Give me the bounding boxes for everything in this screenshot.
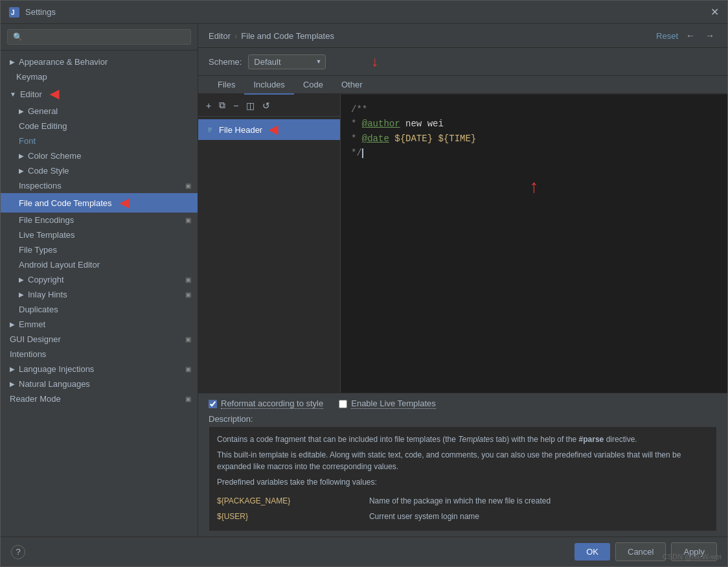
sidebar-item-natural-languages[interactable]: ▶ Natural Languages bbox=[1, 376, 198, 391]
scheme-select-wrap: Default Project bbox=[248, 54, 326, 69]
sidebar-item-label: File and Code Templates bbox=[19, 198, 112, 208]
code-line-1: /** bbox=[351, 102, 717, 117]
sidebar-item-emmet[interactable]: ▶ Emmet bbox=[1, 317, 198, 332]
external-icon: ▣ bbox=[185, 276, 191, 283]
expand-arrow-icon: ▶ bbox=[19, 291, 24, 298]
expand-arrow-icon: ▶ bbox=[10, 321, 15, 328]
nav-forward-button[interactable]: → bbox=[703, 29, 717, 42]
template-file-icon bbox=[205, 124, 215, 135]
sidebar-item-code-editing[interactable]: Code Editing bbox=[1, 119, 198, 133]
code-comment: /** bbox=[351, 104, 367, 115]
red-arrow-down-icon: ↓ bbox=[371, 53, 378, 70]
sidebar-item-code-style[interactable]: ▶ Code Style bbox=[1, 163, 198, 178]
sidebar-item-reader-mode[interactable]: Reader Mode ▣ bbox=[1, 391, 198, 406]
sidebar-item-label: Editor bbox=[20, 89, 42, 99]
sidebar-item-copyright[interactable]: ▶ Copyright ▣ bbox=[1, 272, 198, 287]
sidebar-item-label: Code Style bbox=[28, 166, 69, 176]
sidebar-item-gui-designer[interactable]: GUI Designer ▣ bbox=[1, 332, 198, 347]
svg-text:J: J bbox=[11, 9, 15, 16]
expand-arrow-icon: ▶ bbox=[10, 365, 15, 373]
description-label: Description: bbox=[198, 414, 727, 426]
breadcrumb: Editor › File and Code Templates bbox=[209, 31, 334, 41]
sidebar-item-editor[interactable]: ▼ Editor ◀ bbox=[1, 84, 198, 104]
cancel-button[interactable]: Cancel bbox=[615, 542, 666, 561]
var-desc-1: Name of the package in which the new fil… bbox=[369, 493, 709, 509]
sidebar-item-font[interactable]: Font bbox=[1, 133, 198, 148]
sidebar-item-label: Code Editing bbox=[19, 121, 67, 131]
sidebar-item-label: Live Templates bbox=[19, 230, 74, 240]
sidebar-item-label: Language Injections bbox=[19, 364, 94, 374]
live-templates-checkbox[interactable] bbox=[339, 400, 347, 408]
scheme-select[interactable]: Default Project bbox=[248, 54, 326, 69]
description-panel: Contains a code fragment that can be inc… bbox=[209, 426, 717, 531]
sidebar-item-file-types[interactable]: File Types bbox=[1, 242, 198, 257]
duplicate-template-button[interactable]: ◫ bbox=[244, 99, 257, 112]
tabs-row: Files Includes Code Other bbox=[198, 76, 727, 95]
sidebar-item-label: General bbox=[28, 106, 58, 116]
external-icon: ▣ bbox=[185, 365, 191, 373]
sidebar-item-inlay-hints[interactable]: ▶ Inlay Hints ▣ bbox=[1, 287, 198, 302]
panel-actions: Reset ← → bbox=[656, 29, 717, 42]
revert-template-button[interactable]: ↺ bbox=[260, 99, 273, 112]
copy-template-button[interactable]: ⧉ bbox=[216, 98, 228, 112]
panel-header: Editor › File and Code Templates Reset ←… bbox=[198, 24, 727, 48]
expand-arrow-icon: ▶ bbox=[19, 167, 24, 174]
tab-code[interactable]: Code bbox=[294, 76, 332, 95]
sidebar-item-label: Keymap bbox=[16, 72, 47, 82]
breadcrumb-editor: Editor bbox=[209, 31, 231, 41]
expand-arrow-icon: ▶ bbox=[19, 276, 24, 283]
scheme-row: Scheme: Default Project ↓ bbox=[198, 48, 727, 76]
reset-button[interactable]: Reset bbox=[656, 31, 678, 41]
sidebar-item-file-and-code-templates[interactable]: File and Code Templates ◀ bbox=[1, 193, 198, 213]
var-name-1: ${PACKAGE_NAME} bbox=[217, 493, 369, 509]
red-arrow-up-icon: ↑ bbox=[529, 178, 540, 198]
sidebar-item-label: Intentions bbox=[10, 349, 46, 359]
code-author-value: new wei bbox=[405, 119, 444, 129]
code-editor[interactable]: /** * @author new wei * @date ${DATE} bbox=[341, 95, 727, 393]
svg-rect-4 bbox=[208, 130, 212, 131]
add-template-button[interactable]: + bbox=[203, 99, 214, 112]
live-templates-option: Enable Live Templates bbox=[339, 399, 436, 409]
sidebar-item-intentions[interactable]: Intentions bbox=[1, 347, 198, 362]
var-name-2: ${USER} bbox=[217, 509, 369, 524]
search-input[interactable] bbox=[7, 29, 191, 45]
nav-back-button[interactable]: ← bbox=[683, 29, 698, 42]
sidebar-item-language-injections[interactable]: ▶ Language Injections ▣ bbox=[1, 362, 198, 376]
red-arrow-up-container: ↑ bbox=[351, 174, 717, 203]
reformat-checkbox[interactable] bbox=[209, 400, 217, 408]
svg-rect-5 bbox=[208, 131, 210, 132]
help-button[interactable]: ? bbox=[11, 545, 25, 559]
template-item-label: File Header bbox=[219, 125, 262, 135]
sidebar-item-keymap[interactable]: Keymap bbox=[1, 69, 198, 84]
red-arrow-left2-icon: ◀ bbox=[120, 196, 129, 210]
code-date-var: ${DATE} bbox=[394, 133, 433, 144]
watermark: CSDN @NEW-wei bbox=[663, 553, 722, 561]
reformat-option: Reformat according to style bbox=[209, 399, 323, 409]
remove-template-button[interactable]: − bbox=[231, 99, 241, 112]
sidebar-tree: ▶ Appearance & Behavior Keymap ▼ Editor … bbox=[1, 51, 198, 537]
sidebar-item-file-encodings[interactable]: File Encodings ▣ bbox=[1, 213, 198, 227]
red-arrow-left3-icon: ◀ bbox=[269, 122, 278, 137]
sidebar-item-inspections[interactable]: Inspections ▣ bbox=[1, 178, 198, 193]
code-time-var: ${TIME} bbox=[438, 133, 476, 144]
ok-button[interactable]: OK bbox=[574, 543, 610, 561]
sidebar-item-color-scheme[interactable]: ▶ Color Scheme bbox=[1, 148, 198, 163]
bottom-panel: Reformat according to style Enable Live … bbox=[198, 393, 727, 537]
tab-files[interactable]: Files bbox=[209, 76, 244, 95]
sidebar-item-duplicates[interactable]: Duplicates bbox=[1, 302, 198, 317]
sidebar-item-general[interactable]: ▶ General bbox=[1, 104, 198, 119]
live-templates-label[interactable]: Enable Live Templates bbox=[351, 399, 436, 409]
tab-includes[interactable]: Includes bbox=[244, 76, 293, 95]
breadcrumb-current: File and Code Templates bbox=[241, 31, 334, 41]
close-button[interactable]: ✕ bbox=[709, 7, 720, 17]
reformat-label[interactable]: Reformat according to style bbox=[221, 399, 323, 409]
sidebar-item-label: Appearance & Behavior bbox=[19, 57, 108, 67]
sidebar-item-appearance[interactable]: ▶ Appearance & Behavior bbox=[1, 54, 198, 69]
tab-other[interactable]: Other bbox=[332, 76, 372, 95]
sidebar-item-live-templates[interactable]: Live Templates bbox=[1, 227, 198, 242]
breadcrumb-separator: › bbox=[234, 31, 237, 41]
sidebar-item-android-layout-editor[interactable]: Android Layout Editor bbox=[1, 257, 198, 272]
search-box bbox=[1, 24, 198, 51]
sidebar-item-label: GUI Designer bbox=[10, 334, 61, 344]
template-item-file-header[interactable]: File Header ◀ bbox=[198, 119, 340, 140]
